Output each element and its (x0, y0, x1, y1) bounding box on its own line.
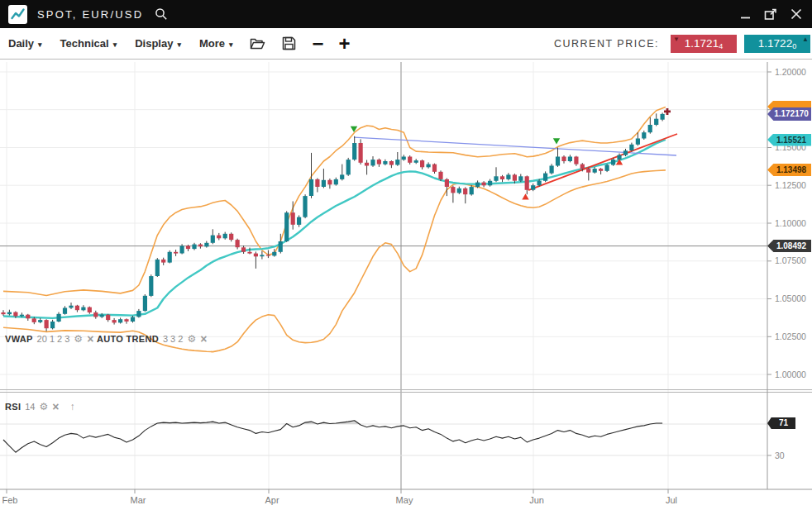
candle (50, 322, 55, 328)
candle (174, 252, 178, 254)
candle (365, 163, 369, 166)
candle (408, 157, 412, 163)
candle (432, 164, 437, 172)
y-axis-label: 1.20000 (775, 67, 806, 77)
candle (599, 169, 603, 171)
candle (211, 236, 215, 243)
y-axis-label: 1.17500 (775, 104, 806, 114)
remove-indicator-icon[interactable]: × (200, 332, 207, 346)
candle (402, 157, 406, 160)
y-axis-label: 1.10000 (775, 218, 806, 228)
candle (661, 114, 665, 120)
candle (260, 255, 264, 256)
popout-window-button[interactable] (764, 8, 777, 21)
vwap-indicator-params: 20 1 2 3 (37, 334, 70, 344)
rsi-axis-label: 30 (775, 450, 785, 460)
timeframe-menu[interactable]: Daily ▾ (8, 37, 42, 50)
candle (303, 196, 307, 217)
auto-trend-indicator-name: AUTO TREND (97, 334, 159, 344)
chart-canvas[interactable]: 1.000001.025001.050001.075001.100001.125… (0, 0, 812, 510)
y-axis-label: 1.07500 (775, 255, 806, 265)
candle (506, 174, 510, 179)
candle (136, 311, 141, 317)
candle (131, 317, 135, 322)
candle (543, 174, 547, 181)
candle (389, 161, 394, 165)
gear-icon[interactable]: ⚙ (74, 333, 83, 345)
candle (20, 315, 24, 317)
remove-indicator-icon[interactable]: × (52, 400, 59, 413)
search-icon[interactable] (155, 7, 168, 21)
y-axis-label: 1.12500 (775, 180, 806, 190)
candle (550, 166, 554, 174)
gear-icon[interactable]: ⚙ (187, 333, 196, 345)
more-menu-label: More (199, 37, 225, 50)
candle (143, 296, 147, 311)
technical-menu[interactable]: Technical ▾ (60, 37, 117, 50)
candle (457, 188, 461, 193)
price-down-icon: ▼ (673, 36, 680, 43)
candle (100, 315, 104, 317)
candle (284, 212, 289, 241)
candle (279, 241, 283, 252)
x-axis-label: Apr (265, 495, 279, 505)
candle (124, 319, 128, 322)
x-axis-label: Mar (131, 495, 146, 505)
gear-icon[interactable]: ⚙ (40, 401, 49, 412)
bid-price-badge: ▼ 1.17214 (671, 35, 737, 53)
candle (574, 157, 578, 164)
chevron-down-icon: ▾ (229, 41, 233, 49)
y-axis-label: 1.05000 (775, 293, 806, 303)
candle (623, 150, 628, 155)
candle (445, 179, 449, 187)
ask-price-pip: 0 (792, 42, 796, 53)
chevron-down-icon: ▾ (177, 41, 181, 49)
candle (593, 169, 597, 173)
candle (272, 252, 276, 256)
candle (198, 245, 203, 247)
candle (88, 307, 92, 312)
candle (513, 174, 517, 180)
move-pane-up-icon[interactable]: ↑ (69, 401, 74, 412)
candle (186, 245, 190, 249)
candle (352, 143, 356, 160)
rsi-line (3, 421, 662, 453)
vwap-indicator-legend: VWAP 20 1 2 3 ⚙ × (5, 332, 93, 346)
candle (420, 160, 424, 167)
candle (531, 185, 535, 190)
candle (605, 165, 609, 171)
current-price-label: CURRENT PRICE: (554, 38, 659, 50)
triangle-up-marker (522, 193, 528, 199)
candle (241, 247, 246, 252)
y-axis-label: 1.00000 (775, 369, 806, 379)
candle (642, 132, 646, 138)
x-axis-label: Jul (666, 495, 677, 505)
candle (106, 315, 110, 320)
minimize-button[interactable] (740, 9, 751, 20)
candle (636, 139, 640, 145)
remove-indicator-icon[interactable]: × (87, 332, 93, 346)
more-menu[interactable]: More ▾ (199, 37, 233, 50)
save-icon[interactable] (282, 36, 296, 50)
candle (568, 157, 572, 162)
rsi-indicator-legend: RSI 14 ⚙ × ↑ (5, 400, 74, 413)
open-folder-icon[interactable] (250, 37, 265, 50)
axes: 1.000001.025001.050001.075001.100001.125… (0, 62, 812, 505)
cross-marker (664, 108, 671, 115)
candle (556, 157, 560, 166)
candle (451, 187, 455, 193)
close-icon[interactable] (791, 8, 802, 20)
zoom-out-button[interactable]: − (313, 36, 324, 52)
candle (494, 176, 498, 181)
candle (180, 245, 184, 253)
candle (93, 312, 98, 317)
candle (1, 312, 5, 314)
candle (75, 306, 79, 311)
display-menu[interactable]: Display ▾ (135, 37, 181, 50)
candle (236, 240, 240, 247)
candle (192, 245, 196, 250)
zoom-in-button[interactable]: + (339, 36, 351, 52)
chevron-down-icon: ▾ (113, 41, 117, 49)
candle (247, 252, 251, 254)
candle (254, 254, 258, 257)
